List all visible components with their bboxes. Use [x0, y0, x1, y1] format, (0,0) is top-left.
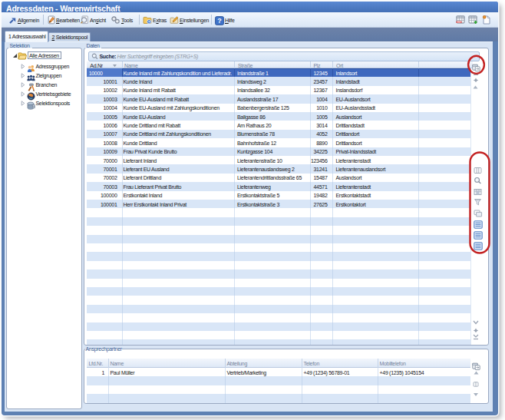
svg-text:?: ? [217, 17, 222, 25]
